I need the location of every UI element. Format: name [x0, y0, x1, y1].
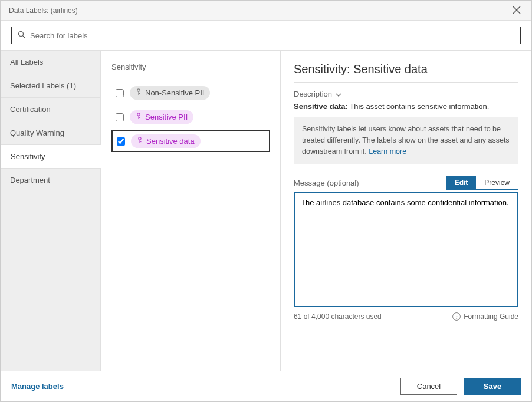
dialog-title: Data Labels: (airlines): [9, 6, 78, 15]
svg-point-8: [139, 137, 141, 140]
key-icon: [137, 137, 143, 146]
label-pill[interactable]: Sensitive PII: [130, 110, 193, 124]
label-row-non-sensitive-pii[interactable]: Non-Sensitive PII: [111, 82, 270, 104]
label-row-sensitive-data[interactable]: Sensitive data: [111, 130, 270, 152]
search-container: [1, 21, 531, 50]
sidebar: All Labels Selected Labels (1) Certifica…: [1, 51, 101, 371]
info-icon: i: [452, 312, 461, 321]
save-button[interactable]: Save: [464, 378, 521, 395]
description-body: : This asset contains sensitive informat…: [345, 102, 489, 111]
key-icon: [136, 113, 142, 121]
label-list-panel: Sensitivity Non-Sensitive PII Sensitive …: [101, 51, 281, 371]
sidebar-item-quality-warning[interactable]: Quality Warning: [1, 121, 100, 145]
char-count: 61 of 4,000 characters used: [294, 312, 382, 321]
search-icon: [18, 31, 25, 40]
sidebar-item-selected-labels[interactable]: Selected Labels (1): [1, 74, 100, 98]
info-box: Sensitivity labels let users know about …: [294, 117, 518, 164]
search-bar[interactable]: [11, 27, 521, 44]
toggle-preview[interactable]: Preview: [476, 176, 518, 189]
description-label: Description: [294, 90, 332, 98]
edit-preview-toggle: Edit Preview: [446, 176, 518, 190]
svg-point-5: [137, 113, 140, 116]
search-input[interactable]: [30, 31, 514, 40]
cancel-button[interactable]: Cancel: [400, 378, 457, 395]
main-content: All Labels Selected Labels (1) Certifica…: [1, 50, 531, 371]
message-footer: 61 of 4,000 characters used i Formatting…: [294, 312, 518, 321]
svg-line-1: [23, 36, 25, 38]
label-text: Sensitive PII: [145, 113, 188, 121]
sidebar-item-department[interactable]: Department: [1, 169, 100, 192]
label-checkbox[interactable]: [116, 113, 124, 121]
label-text: Non-Sensitive PII: [145, 88, 204, 97]
formatting-guide-link[interactable]: i Formatting Guide: [452, 312, 518, 321]
message-label: Message (optional): [294, 179, 359, 187]
close-icon[interactable]: [510, 3, 523, 18]
description-toggle[interactable]: Description: [294, 90, 518, 98]
label-checkbox[interactable]: [117, 137, 125, 146]
label-list-title: Sensitivity: [111, 62, 270, 71]
sidebar-item-certification[interactable]: Certification: [1, 98, 100, 121]
description-text: Sensitive data: This asset contains sens…: [294, 102, 518, 111]
message-textarea[interactable]: [294, 192, 518, 307]
label-checkbox[interactable]: [116, 89, 124, 97]
detail-panel: Sensitivity: Sensitive data Description …: [281, 51, 531, 371]
learn-more-link[interactable]: Learn more: [369, 147, 406, 156]
toggle-edit[interactable]: Edit: [446, 176, 477, 189]
label-text: Sensitive data: [146, 137, 195, 146]
svg-point-2: [137, 89, 140, 91]
data-labels-dialog: Data Labels: (airlines) All Labels Selec…: [0, 0, 532, 402]
footer-buttons: Cancel Save: [400, 378, 521, 395]
label-pill[interactable]: Sensitive data: [131, 134, 201, 148]
key-icon: [136, 88, 142, 97]
dialog-footer: Manage labels Cancel Save: [1, 371, 531, 401]
detail-title: Sensitivity: Sensitive data: [294, 62, 518, 83]
titlebar: Data Labels: (airlines): [1, 1, 531, 21]
label-row-sensitive-pii[interactable]: Sensitive PII: [111, 106, 270, 128]
sidebar-item-all-labels[interactable]: All Labels: [1, 51, 100, 74]
description-name: Sensitive data: [294, 102, 345, 111]
manage-labels-link[interactable]: Manage labels: [11, 382, 64, 391]
message-header: Message (optional) Edit Preview: [294, 176, 518, 190]
svg-point-0: [19, 32, 24, 37]
label-pill[interactable]: Non-Sensitive PII: [130, 86, 210, 100]
formatting-guide-text: Formatting Guide: [464, 312, 518, 321]
chevron-down-icon: [336, 90, 341, 98]
sidebar-item-sensitivity[interactable]: Sensitivity: [1, 145, 101, 169]
